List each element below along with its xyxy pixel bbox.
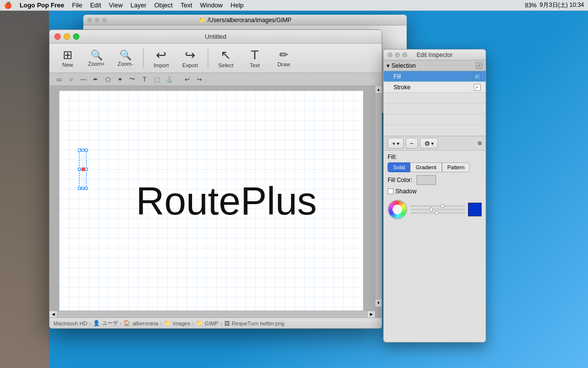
inspector-stroke-row[interactable]: Stroke ✓ <box>384 82 486 93</box>
scrollbar-horizontal[interactable]: ◀ ▶ <box>49 311 375 317</box>
draw-button[interactable]: ✏ Draw <box>270 46 297 71</box>
selection-checkbox[interactable]: ✓ <box>477 63 481 68</box>
scroll-left-btn[interactable]: ◀ <box>49 311 57 317</box>
inspector-empty-4 <box>384 125 486 136</box>
minimize-button[interactable] <box>64 33 70 40</box>
menu-object[interactable]: Object <box>150 1 177 9</box>
new-button[interactable]: ⊞ New <box>54 46 81 71</box>
zoom-in-button[interactable]: 🔍 Zoom+ <box>83 46 110 71</box>
menu-text[interactable]: Text <box>176 1 196 9</box>
shadow-row: Shadow <box>388 188 482 195</box>
handle-bm[interactable] <box>81 187 84 190</box>
handle-br[interactable] <box>85 187 88 190</box>
slider-thumb-2[interactable] <box>429 208 433 211</box>
path-gimp: GIMP <box>205 320 219 326</box>
menu-layer[interactable]: Layer <box>126 1 150 9</box>
handle-ml[interactable] <box>78 168 81 171</box>
close-button[interactable] <box>54 33 61 40</box>
menu-file[interactable]: File <box>68 1 86 9</box>
color-wheel[interactable] <box>388 200 407 219</box>
export-button[interactable]: ↪ Export <box>177 46 203 71</box>
tool-freehand[interactable]: 〜 <box>127 75 138 84</box>
slider-thumb-3[interactable] <box>435 211 439 215</box>
menu-window[interactable]: Window <box>196 1 226 9</box>
path-home-icon: 🏠 <box>123 320 130 326</box>
canvas-content: RoutePlus <box>59 91 363 312</box>
inspector-window-controls <box>388 53 407 57</box>
maximize-button[interactable] <box>73 33 79 40</box>
handle-bl[interactable] <box>78 187 81 190</box>
menu-help[interactable]: Help <box>227 1 248 9</box>
draw-icon: ✏ <box>279 50 288 60</box>
desktop-photo-left <box>0 0 49 368</box>
menu-view[interactable]: View <box>105 1 126 9</box>
handle-tl[interactable] <box>78 149 81 152</box>
undo-btn[interactable]: ↩ <box>182 75 193 84</box>
zoom-out-button[interactable]: 🔍 Zoom- <box>112 46 139 71</box>
slider-thumb-1[interactable] <box>441 204 444 208</box>
fill-tab-pattern[interactable]: Pattern <box>442 162 470 172</box>
main-window: Untitled ⊞ New 🔍 Zoom+ 🔍 Zoom- ↩ Import … <box>49 29 382 329</box>
scrollbar-vertical[interactable]: ▲ ▼ <box>375 86 382 307</box>
shadow-checkbox[interactable] <box>388 188 393 194</box>
fill-color-swatch[interactable] <box>416 175 436 185</box>
toolbar-sep-1 <box>143 49 144 68</box>
redo-btn[interactable]: ↪ <box>194 75 205 84</box>
tools-strip: ▭ ○ — ✒ ⬠ ✦ 〜 T ⬚ ⚓ ↩ ↪ <box>49 73 382 86</box>
tool-line[interactable]: — <box>78 75 89 84</box>
apple-menu[interactable]: 🍎 <box>0 1 16 9</box>
scroll-up-btn[interactable]: ▲ <box>375 86 382 94</box>
scroll-down-btn[interactable]: ▼ <box>375 299 382 307</box>
inspector-section-selection[interactable]: ▾ Selection ✓ <box>384 60 486 71</box>
tool-polygon[interactable]: ⬠ <box>102 75 113 84</box>
scroll-indicator <box>478 141 482 145</box>
tool-pen[interactable]: ✒ <box>90 75 101 84</box>
tool-circle[interactable]: ○ <box>66 75 76 84</box>
inspector-panel: Edit Inspector ▾ Selection ✓ Fill ✓ Stro… <box>383 49 486 342</box>
remove-layer-button[interactable]: − <box>406 138 418 149</box>
window-controls <box>54 33 79 40</box>
tool-rect[interactable]: ▭ <box>53 75 64 84</box>
text-button[interactable]: T Text <box>242 46 268 71</box>
inspector-empty-1 <box>384 93 486 104</box>
slider-track-2[interactable] <box>410 209 465 210</box>
inspector-maximize[interactable] <box>402 53 407 57</box>
slider-track-1[interactable] <box>410 205 465 207</box>
menu-edit[interactable]: Edit <box>86 1 105 9</box>
stroke-checkbox[interactable]: ✓ <box>475 85 479 90</box>
handle-tr[interactable] <box>85 149 88 152</box>
remove-icon: − <box>410 140 414 147</box>
fill-tab-gradient[interactable]: Gradient <box>410 162 441 172</box>
gear-icon: ⚙ <box>424 140 430 147</box>
handle-tm[interactable] <box>81 149 84 152</box>
settings-button[interactable]: ⚙ ▾ <box>420 138 438 149</box>
tool-text2[interactable]: T <box>139 75 150 84</box>
scroll-right-btn[interactable]: ▶ <box>367 311 375 317</box>
inspector-minimize[interactable] <box>395 53 400 57</box>
toolbar: ⊞ New 🔍 Zoom+ 🔍 Zoom- ↩ Import ↪ Export … <box>49 44 382 73</box>
color-swatch-blue[interactable] <box>468 203 482 216</box>
path-macintosh: Macintosh HD <box>53 320 87 326</box>
fill-checkbox[interactable]: ✓ <box>475 74 479 79</box>
slider-row-2 <box>410 209 465 210</box>
select-button[interactable]: ↖ Select <box>213 46 239 71</box>
inspector-fill-row[interactable]: Fill ✓ <box>384 71 486 82</box>
canvas-area[interactable]: RoutePlus ▲ ▼ ◀ ▶ <box>49 86 382 317</box>
inspector-close[interactable] <box>388 53 392 57</box>
text-icon: T <box>251 49 259 61</box>
tool-star[interactable]: ✦ <box>115 75 125 84</box>
slider-track-3[interactable] <box>410 212 465 214</box>
app-name[interactable]: Logo Pop Free <box>16 1 68 9</box>
path-gimp-icon: 📁 <box>196 320 203 326</box>
add-icon: + <box>392 140 396 147</box>
new-icon: ⊞ <box>63 49 73 61</box>
tool-anchor[interactable]: ⚓ <box>164 75 174 84</box>
import-button[interactable]: ↩ Import <box>148 46 174 71</box>
text-label: Text <box>250 62 260 68</box>
fill-tab-solid[interactable]: Solid <box>388 162 410 172</box>
fill-color-row: Fill Color: <box>388 175 482 185</box>
add-layer-button[interactable]: + ▾ <box>388 138 404 149</box>
zoom-out-icon: 🔍 <box>120 50 132 60</box>
tool-image[interactable]: ⬚ <box>151 75 162 84</box>
canvas-selection[interactable] <box>79 150 87 189</box>
